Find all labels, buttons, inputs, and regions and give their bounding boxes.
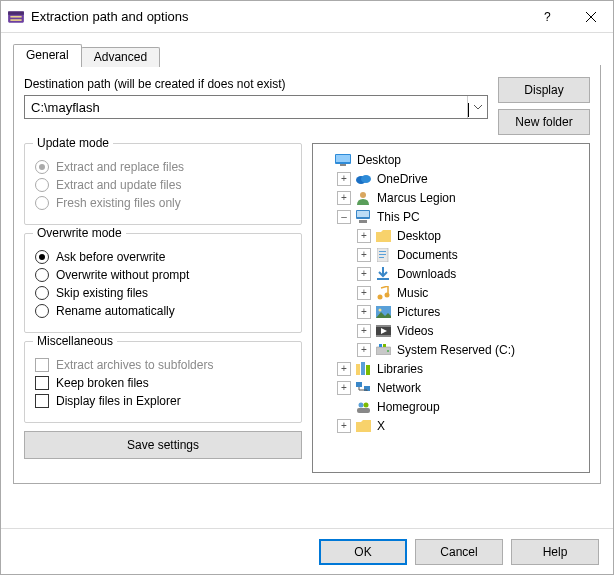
expand-icon[interactable]: + (357, 267, 371, 281)
new-folder-button[interactable]: New folder (498, 109, 590, 135)
radio-skip-existing[interactable]: Skip existing files (35, 286, 291, 300)
check-display-explorer[interactable]: Display files in Explorer (35, 394, 291, 408)
svg-rect-3 (10, 19, 21, 21)
expand-icon[interactable]: + (337, 191, 351, 205)
svg-rect-8 (336, 155, 350, 162)
group-miscellaneous: Miscellaneous Extract archives to subfol… (24, 341, 302, 423)
svg-point-12 (360, 192, 366, 198)
svg-rect-27 (376, 335, 391, 337)
expand-icon[interactable]: + (337, 419, 351, 433)
tree-node-pc-downloads[interactable]: +Downloads (317, 264, 585, 283)
tree-node-pc-sysres-label: System Reserved (C:) (395, 343, 517, 357)
tree-node-homegroup[interactable]: Homegroup (317, 397, 585, 416)
expand-icon[interactable]: + (357, 229, 371, 243)
radio-overwrite-without-label: Overwrite without prompt (56, 268, 189, 282)
tree-node-pc-pictures[interactable]: +Pictures (317, 302, 585, 321)
titlebar: Extraction path and options ? (1, 1, 613, 33)
svg-rect-15 (359, 220, 367, 223)
cancel-button[interactable]: Cancel (415, 539, 503, 565)
ok-button-label: OK (354, 545, 371, 559)
tree-node-onedrive[interactable]: + OneDrive (317, 169, 585, 188)
tree-node-pc-desktop-label: Desktop (395, 229, 443, 243)
svg-rect-9 (340, 164, 346, 166)
homegroup-icon (355, 399, 371, 415)
collapse-icon[interactable]: – (337, 210, 351, 224)
expand-icon[interactable]: + (337, 381, 351, 395)
radio-extract-update: Extract and update files (35, 178, 291, 192)
group-update-mode: Update mode Extract and replace files Ex… (24, 143, 302, 225)
tree-node-pc-videos-label: Videos (395, 324, 435, 338)
svg-point-32 (387, 350, 389, 352)
expand-icon[interactable]: + (357, 324, 371, 338)
radio-rename-auto[interactable]: Rename automatically (35, 304, 291, 318)
destination-input[interactable] (25, 96, 466, 118)
chevron-down-icon (474, 105, 482, 110)
check-keep-broken-label: Keep broken files (56, 376, 149, 390)
svg-rect-33 (356, 364, 360, 375)
expand-icon[interactable]: + (337, 172, 351, 186)
desktop-icon (335, 152, 351, 168)
tree-node-network[interactable]: +Network (317, 378, 585, 397)
svg-rect-30 (379, 344, 382, 347)
destination-label: Destination path (will be created if doe… (24, 77, 488, 91)
radio-rename-auto-label: Rename automatically (56, 304, 175, 318)
svg-point-38 (358, 402, 363, 407)
videos-icon (375, 323, 391, 339)
destination-combo[interactable] (24, 95, 488, 119)
tree-node-pc-sysres[interactable]: +System Reserved (C:) (317, 340, 585, 359)
svg-rect-17 (379, 251, 386, 252)
check-keep-broken[interactable]: Keep broken files (35, 376, 291, 390)
svg-rect-19 (379, 257, 384, 258)
tree-node-x-label: X (375, 419, 387, 433)
destination-dropdown-button[interactable] (467, 96, 487, 118)
expand-icon[interactable]: + (357, 343, 371, 357)
tree-node-network-label: Network (375, 381, 423, 395)
help-footer-button[interactable]: Help (511, 539, 599, 565)
folder-icon (355, 418, 371, 434)
tree-node-pc-music[interactable]: +Music (317, 283, 585, 302)
expand-icon[interactable]: + (357, 286, 371, 300)
close-button[interactable] (569, 1, 613, 32)
radio-icon (35, 286, 49, 300)
tree-node-thispc[interactable]: – This PC (317, 207, 585, 226)
svg-rect-2 (10, 15, 21, 17)
thispc-icon (355, 209, 371, 225)
radio-ask-before[interactable]: Ask before overwrite (35, 250, 291, 264)
svg-rect-18 (379, 254, 386, 255)
tree-node-pc-pictures-label: Pictures (395, 305, 442, 319)
group-update-title: Update mode (33, 136, 113, 150)
folder-tree[interactable]: Desktop + OneDrive + (312, 143, 590, 473)
help-footer-button-label: Help (543, 545, 568, 559)
tree-node-pc-videos[interactable]: +Videos (317, 321, 585, 340)
group-misc-title: Miscellaneous (33, 334, 117, 348)
tree-node-pc-documents-label: Documents (395, 248, 460, 262)
expand-icon[interactable]: + (357, 248, 371, 262)
ok-button[interactable]: OK (319, 539, 407, 565)
documents-icon (375, 247, 391, 263)
save-settings-button[interactable]: Save settings (24, 431, 302, 459)
checkbox-icon (35, 394, 49, 408)
pictures-icon (375, 304, 391, 320)
expand-icon[interactable]: + (337, 362, 351, 376)
tree-node-pc-desktop[interactable]: +Desktop (317, 226, 585, 245)
radio-skip-existing-label: Skip existing files (56, 286, 148, 300)
radio-overwrite-without-prompt[interactable]: Overwrite without prompt (35, 268, 291, 282)
expand-icon[interactable]: + (357, 305, 371, 319)
svg-rect-34 (361, 362, 365, 375)
new-folder-button-label: New folder (515, 115, 572, 129)
tree-node-pc-documents[interactable]: +Documents (317, 245, 585, 264)
tree-node-libraries[interactable]: +Libraries (317, 359, 585, 378)
save-settings-label: Save settings (127, 438, 199, 452)
tab-advanced[interactable]: Advanced (81, 47, 160, 67)
tree-node-desktop[interactable]: Desktop (317, 150, 585, 169)
svg-rect-36 (356, 382, 362, 387)
display-button[interactable]: Display (498, 77, 590, 103)
svg-point-11 (361, 175, 371, 183)
tree-node-x[interactable]: +X (317, 416, 585, 435)
tree-node-libraries-label: Libraries (375, 362, 425, 376)
help-button[interactable]: ? (525, 1, 569, 32)
tab-general[interactable]: General (13, 44, 82, 66)
tree-node-user[interactable]: + Marcus Legion (317, 188, 585, 207)
dialog-footer: OK Cancel Help (1, 528, 613, 574)
radio-extract-replace-label: Extract and replace files (56, 160, 184, 174)
